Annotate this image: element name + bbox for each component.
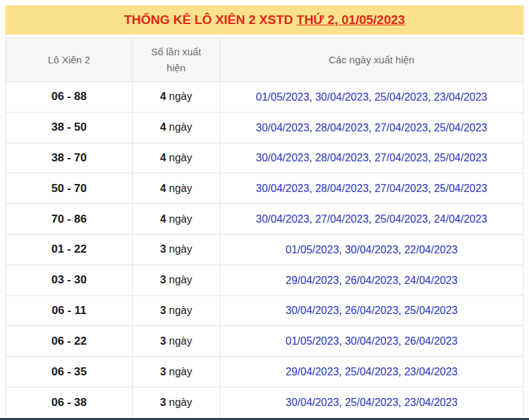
date-link[interactable]: 28/04/2023: [315, 152, 368, 163]
date-link[interactable]: 25/04/2023: [434, 152, 487, 163]
count-value: 4 ngày: [160, 183, 192, 195]
pair-cell: 06 - 22: [6, 326, 132, 356]
date-link[interactable]: 25/04/2023: [404, 305, 458, 316]
pair-value: 70 - 86: [51, 213, 87, 226]
date-link[interactable]: 26/04/2023: [404, 335, 458, 347]
dates-cell: 30/04/2023, 28/04/2023, 27/04/2023, 25/0…: [219, 143, 523, 173]
count-cell: 3 ngày: [132, 265, 219, 295]
count-cell: 4 ngày: [132, 143, 219, 173]
date-link[interactable]: 24/04/2023: [434, 213, 487, 225]
page-title-text: THỐNG KÊ LÔ XIÊN 2 XSTD: [124, 13, 297, 27]
count-number: 3: [160, 305, 166, 316]
date-link[interactable]: 01/05/2023: [256, 91, 310, 103]
page-title-date-link[interactable]: THỨ 2, 01/05/2023: [297, 13, 406, 27]
date-link[interactable]: 30/04/2023: [256, 213, 310, 225]
date-link[interactable]: 01/05/2023: [286, 244, 339, 255]
count-number: 3: [160, 274, 166, 285]
pair-value: 06 - 11: [52, 304, 87, 317]
count-value: 4 ngày: [160, 213, 192, 225]
dates-list: 01/05/2023, 30/04/2023, 25/04/2023, 23/0…: [256, 91, 488, 103]
count-unit: ngày: [166, 243, 192, 255]
pair-cell: 38 - 70: [6, 143, 132, 173]
date-link[interactable]: 25/04/2023: [345, 397, 398, 408]
count-number: 3: [160, 335, 166, 347]
count-unit: ngày: [166, 152, 192, 163]
date-separator: ,: [398, 305, 404, 316]
date-separator: ,: [398, 244, 404, 255]
count-number: 4: [160, 183, 166, 194]
dates-list: 01/05/2023, 30/04/2023, 22/04/2023: [286, 243, 458, 256]
table-row: 70 - 86 4 ngày 30/04/2023, 27/04/2023, 2…: [6, 204, 523, 235]
table-row: 06 - 22 3 ngày 01/05/2023, 30/04/2023, 2…: [6, 326, 523, 357]
table-row: 38 - 50 4 ngày 30/04/2023, 28/04/2023, 2…: [6, 113, 523, 143]
date-link[interactable]: 27/04/2023: [374, 122, 428, 133]
date-link[interactable]: 25/04/2023: [374, 91, 428, 103]
date-link[interactable]: 28/04/2023: [315, 183, 368, 194]
pair-value: 50 - 70: [51, 182, 87, 195]
date-separator: ,: [339, 244, 345, 255]
count-cell: 3 ngày: [132, 357, 219, 387]
date-link[interactable]: 30/04/2023: [286, 397, 339, 408]
date-link[interactable]: 25/04/2023: [434, 122, 487, 133]
table-row: 06 - 88 4 ngày 01/05/2023, 30/04/2023, 2…: [6, 82, 523, 113]
date-separator: ,: [339, 305, 345, 316]
date-link[interactable]: 30/04/2023: [315, 91, 368, 103]
date-link[interactable]: 24/04/2023: [404, 275, 458, 286]
count-unit: ngày: [166, 397, 192, 408]
date-link[interactable]: 25/04/2023: [345, 366, 398, 377]
date-link[interactable]: 27/04/2023: [374, 183, 428, 194]
date-link[interactable]: 28/04/2023: [315, 122, 368, 133]
dates-list: 30/04/2023, 28/04/2023, 27/04/2023, 25/0…: [256, 182, 488, 195]
pair-value: 06 - 38: [51, 396, 87, 409]
date-link[interactable]: 30/04/2023: [256, 152, 310, 163]
header-count-column: Số lần xuất hiện: [132, 38, 219, 81]
pair-cell: 03 - 30: [6, 265, 132, 295]
dates-cell: 30/04/2023, 28/04/2023, 27/04/2023, 25/0…: [219, 113, 523, 143]
date-link[interactable]: 29/04/2023: [286, 275, 339, 286]
date-separator: ,: [398, 275, 404, 286]
date-link[interactable]: 30/04/2023: [345, 244, 398, 255]
count-cell: 4 ngày: [132, 82, 219, 112]
count-value: 3 ngày: [160, 243, 192, 255]
count-unit: ngày: [166, 335, 192, 347]
pair-cell: 50 - 70: [6, 173, 132, 203]
count-cell: 4 ngày: [132, 173, 219, 203]
date-link[interactable]: 22/04/2023: [404, 244, 458, 255]
date-link[interactable]: 27/04/2023: [374, 152, 428, 163]
pair-cell: 38 - 50: [6, 113, 132, 143]
count-unit: ngày: [166, 183, 192, 194]
count-unit: ngày: [166, 91, 192, 102]
table-row: 01 - 22 3 ngày 01/05/2023, 30/04/2023, 2…: [6, 235, 523, 265]
date-link[interactable]: 25/04/2023: [434, 183, 487, 194]
date-link[interactable]: 29/04/2023: [286, 366, 339, 377]
date-link[interactable]: 26/04/2023: [345, 305, 398, 316]
dates-list: 30/04/2023, 27/04/2023, 25/04/2023, 24/0…: [256, 213, 488, 225]
date-link[interactable]: 30/04/2023: [286, 305, 339, 316]
date-link[interactable]: 23/04/2023: [404, 397, 458, 408]
date-separator: ,: [339, 397, 345, 408]
table-body: 06 - 88 4 ngày 01/05/2023, 30/04/2023, 2…: [6, 82, 523, 418]
count-unit: ngày: [166, 213, 192, 225]
date-link[interactable]: 01/05/2023: [286, 335, 339, 347]
header-pair-column: Lô Xiên 2: [6, 38, 132, 81]
count-value: 3 ngày: [160, 366, 192, 378]
count-value: 4 ngày: [160, 91, 192, 103]
count-value: 4 ngày: [160, 152, 192, 164]
count-number: 3: [160, 243, 166, 255]
count-unit: ngày: [166, 274, 192, 285]
count-unit: ngày: [166, 121, 192, 133]
date-link[interactable]: 26/04/2023: [345, 275, 398, 286]
date-link[interactable]: 30/04/2023: [256, 183, 310, 194]
table-row: 06 - 11 3 ngày 30/04/2023, 26/04/2023, 2…: [6, 296, 523, 327]
date-link[interactable]: 23/04/2023: [434, 91, 487, 103]
date-link[interactable]: 25/04/2023: [374, 213, 428, 225]
date-link[interactable]: 23/04/2023: [404, 366, 458, 377]
date-link[interactable]: 27/04/2023: [315, 213, 368, 225]
date-link[interactable]: 30/04/2023: [256, 122, 310, 133]
table-row: 50 - 70 4 ngày 30/04/2023, 28/04/2023, 2…: [6, 173, 523, 204]
pair-cell: 01 - 22: [6, 235, 132, 265]
count-unit: ngày: [166, 366, 192, 377]
count-cell: 3 ngày: [132, 235, 219, 265]
date-link[interactable]: 30/04/2023: [345, 335, 398, 347]
pair-value: 06 - 35: [51, 365, 87, 379]
